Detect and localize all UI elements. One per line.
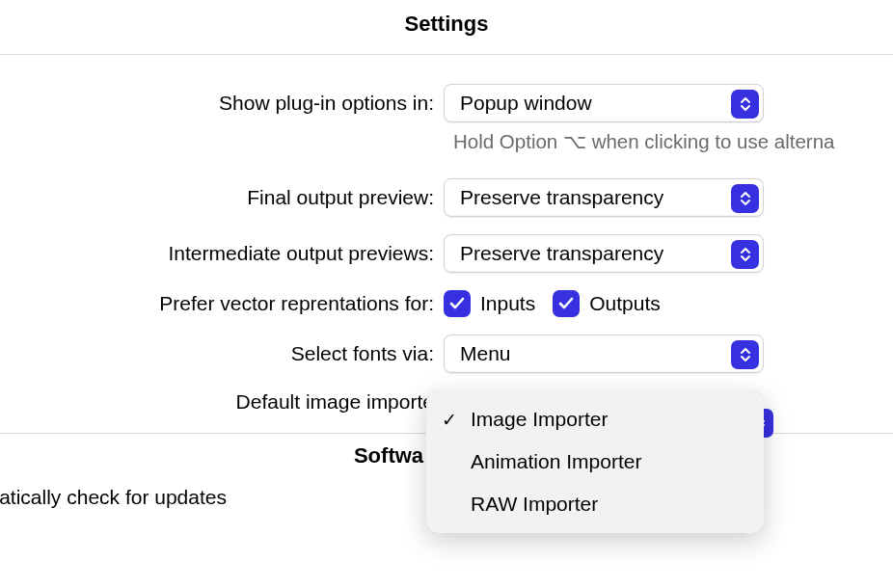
- vector-row: Prefer vector reprentations for: Inputs …: [0, 290, 893, 317]
- check-icon: ✓: [442, 409, 471, 431]
- intermediate-preview-value: Preserve transparency: [445, 242, 663, 265]
- fonts-select[interactable]: Menu: [444, 334, 764, 373]
- intermediate-preview-row: Intermediate output previews: Preserve t…: [0, 234, 893, 273]
- updown-icon: [731, 184, 759, 213]
- updown-icon: [731, 90, 759, 119]
- vector-outputs-label: Outputs: [589, 292, 661, 315]
- plugin-options-value: Popup window: [445, 92, 592, 115]
- vector-outputs-checkbox-wrap[interactable]: Outputs: [553, 290, 661, 317]
- updown-icon: [731, 240, 759, 269]
- final-preview-row: Final output preview: Preserve transpare…: [0, 178, 893, 217]
- updown-icon: [731, 340, 759, 369]
- menu-item-image-importer[interactable]: ✓ Image Importer: [426, 398, 764, 441]
- menu-item-label: Animation Importer: [471, 450, 641, 473]
- intermediate-preview-label: Intermediate output previews:: [0, 242, 444, 265]
- vector-inputs-label: Inputs: [480, 292, 535, 315]
- final-preview-value: Preserve transparency: [445, 186, 663, 209]
- menu-item-animation-importer[interactable]: Animation Importer: [426, 441, 764, 483]
- plugin-options-row: Show plug-in options in: Popup window: [0, 84, 893, 122]
- plugin-options-label: Show plug-in options in:: [0, 92, 444, 115]
- final-preview-select[interactable]: Preserve transparency: [444, 178, 764, 217]
- final-preview-label: Final output preview:: [0, 186, 444, 209]
- menu-item-raw-importer[interactable]: RAW Importer: [426, 483, 764, 525]
- settings-header: Settings: [0, 0, 893, 55]
- importer-popup-menu: ✓ Image Importer Animation Importer RAW …: [426, 390, 764, 533]
- plugin-options-select[interactable]: Popup window: [444, 84, 764, 122]
- menu-item-label: Image Importer: [471, 408, 608, 431]
- vector-outputs-checkbox[interactable]: [553, 290, 580, 317]
- vector-inputs-checkbox[interactable]: [444, 290, 471, 317]
- vector-inputs-checkbox-wrap[interactable]: Inputs: [444, 290, 535, 317]
- settings-title: Settings: [405, 12, 489, 36]
- importer-label: Default image importe: [0, 390, 444, 414]
- vector-label: Prefer vector reprentations for:: [0, 292, 444, 315]
- menu-item-label: RAW Importer: [471, 493, 598, 516]
- fonts-row: Select fonts via: Menu: [0, 334, 893, 373]
- fonts-label: Select fonts via:: [0, 342, 444, 365]
- plugin-options-hint: Hold Option ⌥ when clicking to use alter…: [0, 130, 893, 153]
- fonts-value: Menu: [445, 342, 511, 365]
- intermediate-preview-select[interactable]: Preserve transparency: [444, 234, 764, 273]
